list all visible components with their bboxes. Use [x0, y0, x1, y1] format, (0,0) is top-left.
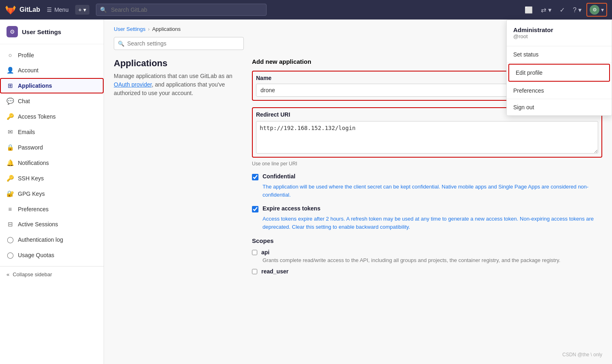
search-settings-input[interactable] [114, 37, 244, 50]
sidebar-item-ssh-keys[interactable]: 🔑 SSH Keys [0, 171, 104, 186]
dropdown-preferences[interactable]: Preferences [507, 82, 612, 99]
breadcrumb-current: Applications [152, 26, 180, 32]
profile-icon: ○ [7, 52, 14, 58]
help-icon-btn[interactable]: ? ▾ [570, 4, 585, 16]
sidebar-item-access-tokens[interactable]: 🔑 Access Tokens [0, 109, 104, 124]
sidebar: ⚙ User Settings ○ Profile 👤 Account ⊞ Ap… [0, 20, 104, 364]
sidebar-item-applications[interactable]: ⊞ Applications [0, 78, 104, 93]
sidebar-item-label: SSH Keys [18, 175, 44, 182]
sidebar-item-label: Access Tokens [18, 113, 56, 120]
emails-icon: ✉ [7, 128, 14, 136]
sidebar-nav: ○ Profile 👤 Account ⊞ Applications 💬 Cha… [0, 44, 104, 266]
search-input[interactable] [96, 4, 267, 16]
expire-tokens-description: Access tokens expire after 2 hours. A re… [263, 215, 602, 231]
search-settings-wrap: 🔍 [114, 37, 244, 50]
password-icon: 🔒 [7, 144, 14, 151]
merge-requests-icon-btn[interactable]: ⇄ ▾ [538, 4, 554, 16]
scope-api-label: api [261, 249, 269, 256]
sidebar-item-label: Preferences [18, 206, 48, 212]
sidebar-title: User Settings [22, 28, 61, 35]
sidebar-item-label: GPG Keys [18, 191, 45, 197]
access-tokens-icon: 🔑 [7, 113, 14, 120]
sidebar-item-emails[interactable]: ✉ Emails [0, 124, 104, 140]
sidebar-item-label: Usage Quotas [18, 252, 54, 258]
sidebar-item-chat[interactable]: 💬 Chat [0, 93, 104, 109]
collapse-label: Collapse sidebar [13, 271, 52, 277]
sidebar-item-label: Account [18, 67, 39, 74]
gpg-icon: 🔐 [7, 190, 14, 197]
sidebar-item-label: Password [18, 144, 43, 151]
dropdown-handle: @root [513, 33, 605, 39]
collapse-sidebar-button[interactable]: « Collapse sidebar [0, 266, 104, 282]
issues-icon-btn[interactable]: ⬜ [521, 4, 536, 16]
scope-api: api Grants complete read/write access to… [252, 249, 602, 263]
notifications-icon: 🔔 [7, 159, 14, 167]
scope-api-desc: Grants complete read/write access to the… [263, 257, 602, 263]
scope-read-user-checkbox[interactable] [252, 269, 257, 274]
applications-icon: ⊞ [7, 82, 14, 89]
sidebar-item-label: Chat [18, 98, 30, 104]
expire-tokens-label: Expire access tokens [263, 205, 320, 212]
sidebar-item-notifications[interactable]: 🔔 Notifications [0, 155, 104, 171]
scope-read-user-label: read_user [261, 268, 289, 275]
hamburger-icon: ☰ [47, 6, 52, 13]
active-sessions-icon: ⊟ [7, 221, 14, 228]
search-bar: 🔍 [96, 4, 267, 16]
auth-log-icon: ◯ [7, 236, 14, 243]
scope-read-user: read_user [252, 268, 602, 275]
search-settings-icon: 🔍 [118, 41, 124, 47]
sidebar-item-authentication-log[interactable]: ◯ Authentication log [0, 232, 104, 247]
sidebar-item-label: Authentication log [18, 236, 63, 243]
user-settings-icon: ⚙ [7, 26, 18, 37]
user-dropdown-menu: Administrator @root Set status Edit prof… [506, 20, 612, 116]
dropdown-set-status[interactable]: Set status [507, 46, 612, 63]
chevron-down-icon: ▾ [601, 6, 604, 13]
confidential-checkbox-row: Confidential [252, 173, 602, 180]
menu-button[interactable]: ☰ Menu [43, 5, 72, 15]
preferences-icon: ≡ [7, 206, 14, 212]
redirect-hint: Use one line per URI [252, 161, 602, 167]
dropdown-edit-profile[interactable]: Edit profile [508, 64, 610, 82]
redirect-uri-input[interactable]: http://192.168.152.132/login [256, 121, 598, 154]
sidebar-item-label: Notifications [18, 160, 49, 166]
top-navigation: GitLab ☰ Menu + ▾ 🔍 ⬜ ⇄ ▾ ✓ ? ▾ ⚙ ▾ [0, 0, 612, 20]
avatar: ⚙ [590, 5, 599, 15]
scope-api-checkbox[interactable] [252, 250, 257, 255]
menu-label: Menu [54, 6, 69, 13]
gitlab-wordmark: GitLab [20, 6, 40, 13]
account-icon: 👤 [7, 67, 14, 74]
dropdown-sign-out[interactable]: Sign out [507, 99, 612, 115]
page-title: Applications [114, 58, 242, 69]
breadcrumb-parent[interactable]: User Settings [114, 26, 145, 32]
expire-tokens-checkbox-row: Expire access tokens [252, 205, 602, 212]
todos-icon-btn[interactable]: ✓ [556, 4, 568, 16]
sidebar-item-password[interactable]: 🔒 Password [0, 140, 104, 155]
oauth-link[interactable]: OAuth provider [114, 81, 152, 88]
sidebar-item-label: Applications [18, 82, 52, 89]
plus-icon: + [78, 6, 82, 13]
chat-icon: 💬 [7, 98, 14, 105]
dropdown-user-info: Administrator @root [507, 20, 612, 46]
create-new-button[interactable]: + ▾ [75, 5, 89, 15]
collapse-icon: « [7, 271, 9, 277]
sidebar-item-active-sessions[interactable]: ⊟ Active Sessions [0, 217, 104, 232]
search-icon: 🔍 [100, 6, 107, 13]
sidebar-item-gpg-keys[interactable]: 🔐 GPG Keys [0, 186, 104, 202]
page-description: Manage applications that can use GitLab … [114, 72, 242, 98]
sidebar-item-label: Emails [18, 129, 35, 135]
expire-tokens-checkbox[interactable] [252, 206, 258, 212]
scopes-title: Scopes [252, 237, 602, 244]
sidebar-item-account[interactable]: 👤 Account [0, 63, 104, 78]
sidebar-item-profile[interactable]: ○ Profile [0, 48, 104, 63]
chevron-down-icon: ▾ [83, 6, 86, 13]
dropdown-username: Administrator [513, 26, 605, 33]
breadcrumb-separator: › [148, 26, 150, 32]
sidebar-item-preferences[interactable]: ≡ Preferences [0, 202, 104, 217]
user-avatar-button[interactable]: ⚙ ▾ [586, 3, 607, 17]
sidebar-item-label: Profile [18, 52, 34, 58]
confidential-description: The application will be used where the c… [263, 183, 602, 199]
sidebar-item-usage-quotas[interactable]: ◯ Usage Quotas [0, 247, 104, 263]
confidential-checkbox[interactable] [252, 174, 258, 180]
gitlab-logo[interactable]: GitLab [5, 4, 40, 15]
sidebar-header: ⚙ User Settings [0, 20, 104, 44]
